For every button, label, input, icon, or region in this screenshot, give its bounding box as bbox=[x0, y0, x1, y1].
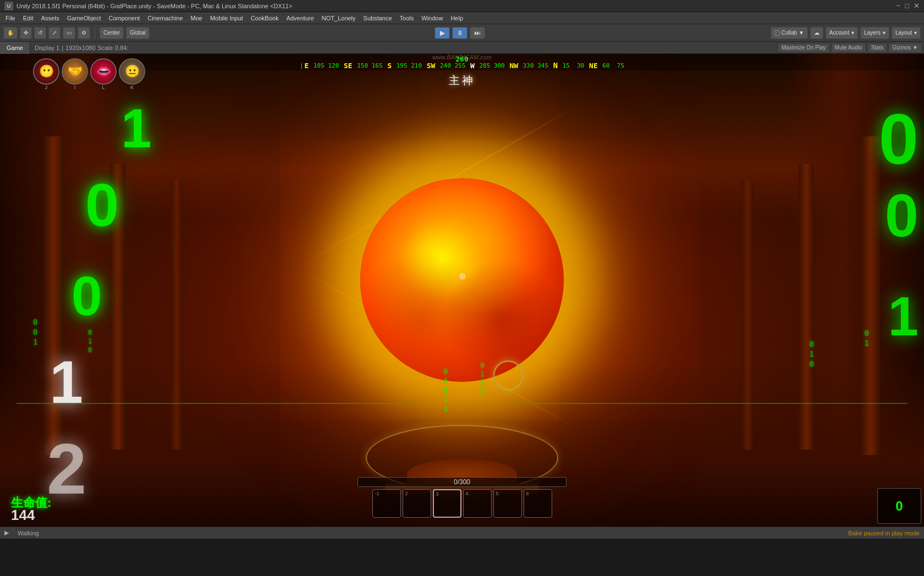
h-line-right bbox=[508, 403, 908, 404]
matrix-left-1: 0 0 1 bbox=[33, 318, 37, 346]
column-right-2 bbox=[799, 164, 814, 450]
minimap-value: 0 bbox=[895, 499, 903, 514]
hotbar-slot-4[interactable]: 4 bbox=[463, 489, 492, 518]
layers-dropdown[interactable]: Layers ▾ bbox=[860, 27, 889, 39]
avatar-j[interactable]: 😶 bbox=[33, 58, 59, 85]
cloud-button[interactable]: ☁ bbox=[810, 27, 823, 39]
hotbar-container: 0/300 -1 2 3 4 5 6 bbox=[0, 477, 924, 527]
hand-tool-button[interactable]: ✋ bbox=[3, 27, 18, 39]
title-bar-left: U Unity 2018.1.5f1 Personal (64bit) - Go… bbox=[4, 2, 292, 10]
unity-logo-icon: U bbox=[4, 2, 13, 10]
scale-label: Scale bbox=[98, 45, 113, 51]
avatar-label-l: L bbox=[102, 85, 105, 90]
white-number-1-lower: 1 bbox=[50, 347, 83, 417]
pause-button[interactable]: ⏸ bbox=[452, 27, 468, 39]
column-right-1 bbox=[861, 136, 880, 455]
floating-number-0-mid: 0 bbox=[85, 175, 119, 235]
menu-gameobject[interactable]: GameObject bbox=[64, 14, 105, 23]
bake-status: Bake paused in play mode bbox=[848, 530, 920, 536]
menu-edit[interactable]: Edit bbox=[20, 14, 37, 23]
avatar-label-j: J bbox=[45, 85, 48, 90]
layers-label: Layers bbox=[864, 30, 881, 36]
avatar-l[interactable]: 👄 bbox=[90, 58, 117, 85]
avatar-slot-k: 😐 K bbox=[119, 58, 145, 90]
step-button[interactable]: ⏭ bbox=[470, 27, 485, 39]
close-button[interactable]: ✕ bbox=[914, 2, 920, 10]
gizmos-button[interactable]: Gizmos ▼ bbox=[888, 43, 922, 53]
menu-mobile-input[interactable]: Mobile Input bbox=[207, 14, 246, 23]
maximize-on-play-button[interactable]: Maximize On Play bbox=[778, 43, 830, 53]
pivot-button[interactable]: Center bbox=[100, 27, 124, 39]
collab-area: Collab ▼ bbox=[771, 27, 808, 39]
display-label: Display 1 bbox=[35, 45, 59, 51]
title-bar-controls[interactable]: − □ ✕ bbox=[897, 2, 920, 10]
menu-window[interactable]: Window bbox=[418, 14, 446, 23]
multi-tool-button[interactable]: ⚙ bbox=[78, 27, 90, 39]
layout-chevron-icon: ▾ bbox=[914, 30, 917, 36]
floating-number-0-lower: 0 bbox=[72, 268, 102, 323]
play-mode-indicator: ▶ bbox=[4, 529, 9, 536]
crosshair: ⊕ bbox=[459, 271, 466, 281]
rect-tool-button[interactable]: ▭ bbox=[63, 27, 75, 39]
separator-1 bbox=[95, 27, 95, 39]
matrix-left-2: 0 1 0 bbox=[88, 329, 92, 354]
toolbar-right: Collab ▼ ☁ Account ▾ Layers ▾ Layout ▾ bbox=[771, 27, 921, 39]
hotbar-slot-3[interactable]: 3 bbox=[433, 489, 461, 518]
hotbar-slot-6[interactable]: 6 bbox=[524, 489, 552, 518]
matrix-right-1: 0 1 bbox=[865, 329, 869, 347]
minimize-button[interactable]: − bbox=[897, 2, 901, 10]
progress-bar: 0/300 bbox=[358, 477, 566, 487]
menu-substance[interactable]: Substance bbox=[360, 14, 395, 23]
scale-tool-button[interactable]: ⤢ bbox=[48, 27, 61, 39]
floating-number-1-right-lower: 1 bbox=[888, 285, 919, 348]
main-god-title: 主神 bbox=[449, 73, 475, 88]
window-title: Unity 2018.1.5f1 Personal (64bit) - GodP… bbox=[16, 3, 292, 9]
game-view: 260 | E 105 120 SE 150 165 S 195 210 SW … bbox=[0, 54, 924, 527]
avatar-slot-j: 😶 J bbox=[33, 58, 59, 90]
avatar-k[interactable]: 😐 bbox=[119, 58, 145, 85]
menu-assets[interactable]: Assets bbox=[38, 14, 63, 23]
hotbar-slot-2[interactable]: 2 bbox=[403, 489, 431, 518]
move-tool-button[interactable]: ✜ bbox=[20, 27, 32, 39]
menu-component[interactable]: Component bbox=[105, 14, 143, 23]
floating-number-0-right-mid: 0 bbox=[885, 180, 919, 250]
hotbar-slots: -1 2 3 4 5 6 bbox=[372, 489, 552, 518]
tab-right-buttons: Maximize On Play Mute Audio Stats Gizmos… bbox=[778, 43, 924, 53]
cloud-icon: ☁ bbox=[814, 30, 820, 36]
display-sep: | bbox=[62, 45, 63, 51]
global-button[interactable]: Global bbox=[126, 27, 150, 39]
menu-tools[interactable]: Tools bbox=[397, 14, 417, 23]
layout-dropdown[interactable]: Layout ▾ bbox=[892, 27, 921, 39]
avatar-i[interactable]: 🤝 bbox=[62, 58, 88, 85]
menu-moe[interactable]: Moe bbox=[188, 14, 206, 23]
floating-number-1-top: 1 bbox=[121, 101, 152, 156]
play-button[interactable]: ▶ bbox=[435, 27, 450, 39]
progress-text: 0/300 bbox=[358, 478, 566, 486]
global-label: Global bbox=[130, 30, 146, 36]
column-right-3 bbox=[741, 180, 754, 450]
menu-not-lonely[interactable]: NOT_Lonely bbox=[318, 14, 359, 23]
menu-help[interactable]: Help bbox=[447, 14, 466, 23]
rotate-tool-button[interactable]: ↺ bbox=[34, 27, 46, 39]
menu-cookbook[interactable]: CookBook bbox=[248, 14, 282, 23]
menu-adventure[interactable]: Adventure bbox=[283, 14, 317, 23]
compass-top-number: 260 bbox=[455, 55, 468, 63]
walking-status: Walking bbox=[18, 530, 39, 536]
collab-button[interactable]: Collab ▼ bbox=[771, 27, 808, 39]
hotbar-slot-1[interactable]: -1 bbox=[372, 489, 401, 518]
status-bar: ▶ Walking Bake paused in play mode bbox=[0, 527, 924, 539]
mute-audio-button[interactable]: Mute Audio bbox=[831, 43, 866, 53]
playback-controls: ▶ ⏸ ⏭ bbox=[152, 27, 768, 39]
collab-label: Collab ▼ bbox=[782, 30, 804, 36]
maximize-button[interactable]: □ bbox=[905, 2, 909, 10]
menu-cinemachine[interactable]: Cinemachine bbox=[144, 14, 186, 23]
hotbar-slot-5[interactable]: 5 bbox=[493, 489, 522, 518]
stats-button[interactable]: Stats bbox=[867, 43, 888, 53]
menu-file[interactable]: File bbox=[2, 14, 19, 23]
resolution-value: 1920x1080 bbox=[65, 45, 95, 51]
tab-bar: Game Display 1 | 1920x1080 Scale 0.84: M… bbox=[0, 42, 924, 54]
account-dropdown[interactable]: Account ▾ bbox=[826, 27, 858, 39]
game-tab[interactable]: Game bbox=[0, 42, 30, 54]
layers-chevron-icon: ▾ bbox=[883, 30, 886, 36]
game-tab-label: Game bbox=[7, 45, 23, 51]
